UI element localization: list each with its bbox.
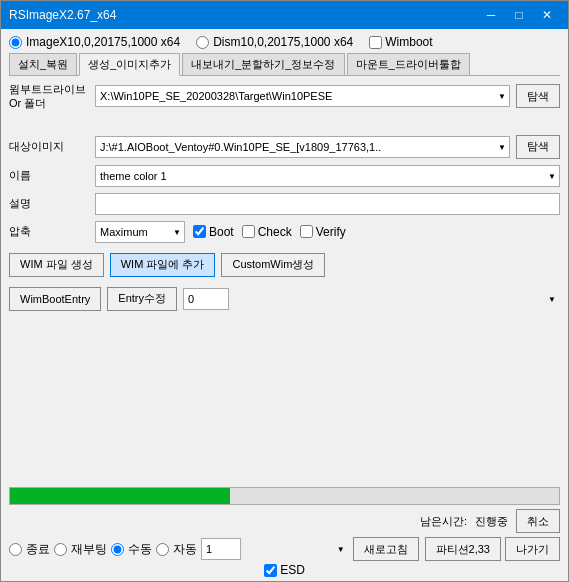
imagex-radio[interactable] — [9, 36, 22, 49]
end-radio[interactable] — [9, 543, 22, 556]
reboot-radio[interactable] — [54, 543, 67, 556]
esd-checkbox-group: ESD — [264, 563, 305, 577]
name-select[interactable]: theme color 1 — [95, 165, 560, 187]
check-checkbox-group: Check — [242, 225, 292, 239]
wimboot-label: Wimboot — [385, 35, 432, 49]
minimize-button[interactable]: ─ — [478, 5, 504, 25]
verify-label: Verify — [316, 225, 346, 239]
count-select-wrapper: 1 ▼ — [201, 538, 349, 560]
esd-row: ESD — [9, 563, 560, 577]
description-label: 설명 — [9, 196, 89, 210]
compression-controls: Maximum ▼ Boot Check Verify — [95, 221, 346, 243]
name-label: 이름 — [9, 168, 89, 182]
form-area: 윔부트드라이브Or 폴더 X:\Win10PE_SE_20200328\Targ… — [9, 82, 560, 487]
wim-create-button[interactable]: WIM 파일 생성 — [9, 253, 104, 277]
imagex-radio-group: ImageX10,0,20175,1000 x64 — [9, 35, 180, 49]
auto-radio[interactable] — [156, 543, 169, 556]
refresh-button[interactable]: 새로고침 — [353, 537, 419, 561]
entry-edit-button[interactable]: Entry수정 — [107, 287, 177, 311]
wimboot-checkbox[interactable] — [369, 36, 382, 49]
tab-export-split[interactable]: 내보내기_분할하기_정보수정 — [182, 53, 344, 75]
dism-radio-group: Dism10,0,20175,1000 x64 — [196, 35, 353, 49]
close-button[interactable]: ✕ — [534, 5, 560, 25]
manual-radio-group: 수동 — [111, 541, 152, 558]
custom-wim-button[interactable]: CustomWim생성 — [221, 253, 325, 277]
bottom-row: 종료 재부팅 수동 자동 — [9, 537, 560, 561]
progress-bar-container — [9, 487, 560, 505]
verify-checkbox[interactable] — [300, 225, 313, 238]
wim-drive-select[interactable]: X:\Win10PE_SE_20200328\Target\Win10PESE — [95, 85, 510, 107]
wim-drive-select-wrapper: X:\Win10PE_SE_20200328\Target\Win10PESE … — [95, 85, 510, 107]
compression-label: 압축 — [9, 224, 89, 238]
end-radio-group: 종료 — [9, 541, 50, 558]
esd-checkbox[interactable] — [264, 564, 277, 577]
cancel-button[interactable]: 취소 — [516, 509, 560, 533]
manual-label: 수동 — [128, 541, 152, 558]
progress-area: 남은시간: 진행중 취소 종료 재부팅 수동 — [9, 487, 560, 577]
wim-drive-row: 윔부트드라이브Or 폴더 X:\Win10PE_SE_20200328\Targ… — [9, 82, 560, 111]
target-browse-button[interactable]: 탐색 — [516, 135, 560, 159]
dism-radio[interactable] — [196, 36, 209, 49]
tab-create-image[interactable]: 생성_이미지추가 — [79, 53, 180, 76]
auto-label: 자동 — [173, 541, 197, 558]
check-checkbox[interactable] — [242, 225, 255, 238]
progress-bar-fill — [10, 488, 230, 504]
window-title: RSImageX2.67_x64 — [9, 8, 478, 22]
status-row: 남은시간: 진행중 취소 — [9, 509, 560, 533]
target-image-row: 대상이미지 J:\#1.AIOBoot_Ventoy#0.Win10PE_SE_… — [9, 135, 560, 159]
content-area: ImageX10,0,20175,1000 x64 Dism10,0,20175… — [1, 29, 568, 581]
name-row: 이름 theme color 1 ▼ — [9, 165, 560, 187]
tab-install-restore[interactable]: 설치_복원 — [9, 53, 77, 75]
compression-row: 압축 Maximum ▼ Boot Check — [9, 221, 560, 243]
action-buttons-row1: WIM 파일 생성 WIM 파일에 추가 CustomWim생성 — [9, 253, 560, 277]
target-image-select[interactable]: J:\#1.AIOBoot_Ventoy#0.Win10PE_SE_[v1809… — [95, 136, 510, 158]
entry-select[interactable]: 0 — [183, 288, 229, 310]
entry-select-wrapper: 0 ▼ — [183, 288, 560, 310]
count-chevron-icon: ▼ — [337, 545, 345, 554]
boot-checkbox-group: Boot — [193, 225, 234, 239]
wim-drive-label: 윔부트드라이브Or 폴더 — [9, 82, 89, 111]
wim-drive-browse-button[interactable]: 탐색 — [516, 84, 560, 108]
wim-add-button[interactable]: WIM 파일에 추가 — [110, 253, 216, 277]
wimboot-entry-button[interactable]: WimBootEntry — [9, 287, 101, 311]
main-window: RSImageX2.67_x64 ─ □ ✕ ImageX10,0,20175,… — [0, 0, 569, 582]
title-bar: RSImageX2.67_x64 ─ □ ✕ — [1, 1, 568, 29]
reboot-radio-group: 재부팅 — [54, 541, 107, 558]
maximize-button[interactable]: □ — [506, 5, 532, 25]
auto-radio-group: 자동 — [156, 541, 197, 558]
esd-label: ESD — [280, 563, 305, 577]
dism-label: Dism10,0,20175,1000 x64 — [213, 35, 353, 49]
tab-mount-driver[interactable]: 마운트_드라이버툴합 — [347, 53, 470, 75]
boot-label: Boot — [209, 225, 234, 239]
status-label: 진행중 — [475, 514, 508, 529]
compression-select[interactable]: Maximum — [95, 221, 185, 243]
partition-button[interactable]: 파티션2,33 — [425, 537, 501, 561]
title-controls: ─ □ ✕ — [478, 5, 560, 25]
description-input[interactable] — [95, 193, 560, 215]
tab-bar: 설치_복원 생성_이미지추가 내보내기_분할하기_정보수정 마운트_드라이버툴합 — [9, 53, 560, 76]
target-image-label: 대상이미지 — [9, 139, 89, 153]
top-radio-row: ImageX10,0,20175,1000 x64 Dism10,0,20175… — [9, 35, 560, 49]
imagex-label: ImageX10,0,20175,1000 x64 — [26, 35, 180, 49]
reboot-label: 재부팅 — [71, 541, 107, 558]
target-image-select-wrapper: J:\#1.AIOBoot_Ventoy#0.Win10PE_SE_[v1809… — [95, 136, 510, 158]
remaining-label: 남은시간: — [420, 514, 467, 529]
manual-radio[interactable] — [111, 543, 124, 556]
description-row: 설명 — [9, 193, 560, 215]
entry-chevron-icon: ▼ — [548, 294, 556, 303]
name-select-wrapper: theme color 1 ▼ — [95, 165, 560, 187]
bottom-right-buttons: 파티션2,33 나가기 — [425, 537, 560, 561]
wimboot-check-group: Wimboot — [369, 35, 432, 49]
verify-checkbox-group: Verify — [300, 225, 346, 239]
spacer1 — [9, 117, 560, 129]
compression-select-wrapper: Maximum ▼ — [95, 221, 185, 243]
end-label: 종료 — [26, 541, 50, 558]
next-button[interactable]: 나가기 — [505, 537, 560, 561]
action-buttons-row2: WimBootEntry Entry수정 0 ▼ — [9, 287, 560, 311]
boot-checkbox[interactable] — [193, 225, 206, 238]
bottom-left-options: 종료 재부팅 수동 자동 — [9, 537, 419, 561]
check-label: Check — [258, 225, 292, 239]
count-select[interactable]: 1 — [201, 538, 241, 560]
